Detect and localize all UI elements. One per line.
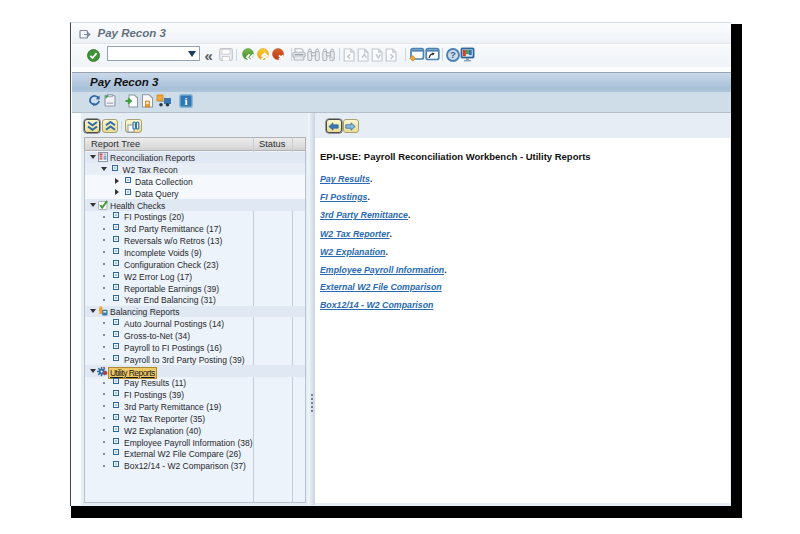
svg-text:?: ? bbox=[450, 49, 456, 60]
svg-text:i: i bbox=[184, 95, 187, 107]
